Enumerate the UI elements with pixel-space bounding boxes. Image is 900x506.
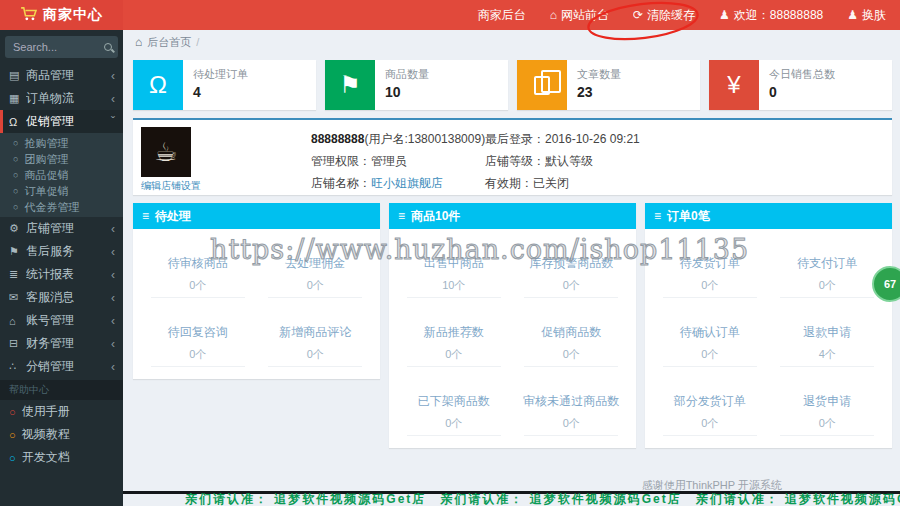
cell-review-failed-goods[interactable]: 审核未通过商品数 0个 xyxy=(513,371,631,440)
nav-welcome-user[interactable]: ♟ 欢迎：88888888 xyxy=(719,7,823,24)
top-navigation: 商家后台 ⌂ 网站前台 ⟳ 清除缓存 ♟ 欢迎：88888888 ♟ 换肤 xyxy=(123,0,900,30)
cell-off-shelf-goods[interactable]: 已下架商品数 0个 xyxy=(395,371,513,440)
last-login-row: 最后登录：2016-10-26 09:21 xyxy=(485,128,640,150)
chevron-left-icon: ‹ xyxy=(111,222,115,236)
sidebar-item-promotion[interactable]: Ω 促销管理 ˇ xyxy=(0,110,123,133)
validity-row: 有效期：已关闭 xyxy=(485,172,640,194)
gear-icon: ⚙ xyxy=(9,222,26,235)
nav-change-skin[interactable]: ♟ 换肤 xyxy=(847,7,886,24)
app-logo[interactable]: 商家中心 xyxy=(0,0,123,30)
tasks-icon: ≡ xyxy=(398,209,405,223)
envelope-icon: ✉ xyxy=(9,291,26,304)
stat-value: 10 xyxy=(385,84,508,100)
tasks-icon: ≡ xyxy=(142,209,149,223)
sidebar-item-goods[interactable]: ▤ 商品管理 ‹ xyxy=(0,64,123,87)
submenu-group-buy[interactable]: ○ 团购管理 xyxy=(0,151,123,167)
cell-new-recommend[interactable]: 新品推荐数 0个 xyxy=(395,302,513,371)
circle-icon: ○ xyxy=(13,170,18,180)
shop-info-col2: 最后登录：2016-10-26 09:21 店铺等级：默认等级 有效期：已关闭 xyxy=(485,128,640,194)
cell-partial-shipped-orders[interactable]: 部分发货订单 0个 xyxy=(651,371,769,440)
sidebar-item-dev-docs[interactable]: ○ 开发文档 xyxy=(0,446,123,469)
shop-info-panel: ☕ 编辑店铺设置 88888888(用户名:13800138009) 管理权限：… xyxy=(133,118,892,195)
sidebar: ▤ 商品管理 ‹ ▦ 订单物流 ‹ Ω 促销管理 ˇ ○ 抢购管理 ○ 团购管理… xyxy=(0,30,123,506)
circle-red-icon: ○ xyxy=(9,406,16,418)
stat-card-today-sales[interactable]: ¥ 今日销售总数 0 xyxy=(709,60,892,110)
chart-icon: ≣ xyxy=(9,268,26,281)
cell-on-sale-goods[interactable]: 出售中商品 10个 xyxy=(395,233,513,302)
bell-icon: Ω xyxy=(133,60,183,110)
finance-icon: ⊟ xyxy=(9,337,26,350)
breadcrumb-home-link[interactable]: 后台首页 xyxy=(147,35,191,50)
cell-goods-to-review[interactable]: 待审核商品 0个 xyxy=(139,233,257,302)
circle-icon: ○ xyxy=(13,154,18,164)
stat-value: 23 xyxy=(577,84,700,100)
circle-icon: ○ xyxy=(13,138,18,148)
permission-row: 管理权限：管理员 xyxy=(311,150,485,172)
sidebar-search[interactable] xyxy=(5,36,118,58)
cell-promo-goods[interactable]: 促销商品数 0个 xyxy=(513,302,631,371)
panel-pending-header: ≡ 待处理 xyxy=(133,203,380,229)
stat-card-pending-orders[interactable]: Ω 待处理订单 4 xyxy=(133,60,316,110)
cell-refund-requests[interactable]: 退款申请 4个 xyxy=(769,302,887,371)
sidebar-item-finance[interactable]: ⊟ 财务管理 ‹ xyxy=(0,332,123,355)
sidebar-item-messages[interactable]: ✉ 客服消息 ‹ xyxy=(0,286,123,309)
cell-stock-warning[interactable]: 库存预警商品数 0个 xyxy=(513,233,631,302)
share-icon: ∴ xyxy=(9,360,26,373)
cell-commission-to-handle[interactable]: 去处理佣金 0个 xyxy=(257,233,375,302)
circle-blue-icon: ○ xyxy=(9,452,16,464)
search-input[interactable] xyxy=(5,41,98,53)
floating-badge[interactable]: 67 xyxy=(872,266,900,302)
nav-clear-cache[interactable]: ⟳ 清除缓存 xyxy=(633,7,695,24)
shop-level-row: 店铺等级：默认等级 xyxy=(485,150,640,172)
cell-return-requests[interactable]: 退货申请 0个 xyxy=(769,371,887,440)
sidebar-item-order-logistics[interactable]: ▦ 订单物流 ‹ xyxy=(0,87,123,110)
submenu-goods-promo[interactable]: ○ 商品促销 xyxy=(0,167,123,183)
panel-orders-header: ≡ 订单0笔 xyxy=(645,203,892,229)
cell-to-pay-orders[interactable]: 待支付订单 0个 xyxy=(769,233,887,302)
shop-name-row: 店铺名称：旺小姐旗舰店 xyxy=(311,172,485,194)
circle-icon: ○ xyxy=(13,202,18,212)
chevron-left-icon: ‹ xyxy=(111,69,115,83)
grid-icon: ▤ xyxy=(9,69,26,82)
chevron-left-icon: ‹ xyxy=(111,291,115,305)
sidebar-item-video-tutorial[interactable]: ○ 视频教程 xyxy=(0,423,123,446)
nav-site-frontend[interactable]: ⌂ 网站前台 xyxy=(550,7,609,24)
stat-cards-row: Ω 待处理订单 4 ⚑ 商品数量 10 文章数量 23 ¥ 今日销售总数 0 xyxy=(133,60,892,110)
user-icon: ♟ xyxy=(719,8,730,22)
sidebar-item-store[interactable]: ⚙ 店铺管理 ‹ xyxy=(0,217,123,240)
chevron-left-icon: ‹ xyxy=(111,268,115,282)
app-title: 商家中心 xyxy=(43,6,103,24)
chevron-left-icon: ‹ xyxy=(111,360,115,374)
top-header: 商家中心 商家后台 ⌂ 网站前台 ⟳ 清除缓存 ♟ 欢迎：88888888 ♟ … xyxy=(0,0,900,30)
submenu-voucher[interactable]: ○ 代金券管理 xyxy=(0,199,123,215)
stat-card-goods-count[interactable]: ⚑ 商品数量 10 xyxy=(325,60,508,110)
submenu-flash-sale[interactable]: ○ 抢购管理 xyxy=(0,135,123,151)
home-icon: ⌂ xyxy=(550,8,557,22)
panel-goods-header: ≡ 商品10件 xyxy=(389,203,636,229)
edit-shop-settings-link[interactable]: 编辑店铺设置 xyxy=(141,179,201,193)
home-icon: ⌂ xyxy=(135,35,142,49)
sidebar-item-distribution[interactable]: ∴ 分销管理 ‹ xyxy=(0,355,123,378)
panel-goods: ≡ 商品10件 出售中商品 10个 库存预警商品数 0个 新品推荐数 0个 促销… xyxy=(389,203,636,448)
sidebar-item-aftersale[interactable]: ⚑ 售后服务 ‹ xyxy=(0,240,123,263)
sidebar-item-account[interactable]: ⌂ 账号管理 ‹ xyxy=(0,309,123,332)
shop-info-col1: 88888888(用户名:13800138009) 管理权限：管理员 店铺名称：… xyxy=(311,128,485,194)
sidebar-item-stats[interactable]: ≣ 统计报表 ‹ xyxy=(0,263,123,286)
circle-icon: ○ xyxy=(13,186,18,196)
cell-inquiries-to-reply[interactable]: 待回复咨询 0个 xyxy=(139,302,257,371)
chevron-left-icon: ‹ xyxy=(111,314,115,328)
sidebar-item-manual[interactable]: ○ 使用手册 xyxy=(0,400,123,423)
cell-to-confirm-orders[interactable]: 待确认订单 0个 xyxy=(651,302,769,371)
flag-icon: ⚑ xyxy=(325,60,375,110)
nav-merchant-backend[interactable]: 商家后台 xyxy=(478,7,526,24)
cell-to-ship-orders[interactable]: 待发货订单 0个 xyxy=(651,233,769,302)
skin-icon: ♟ xyxy=(847,8,858,22)
stat-card-articles-count[interactable]: 文章数量 23 xyxy=(517,60,700,110)
cell-new-comments[interactable]: 新增商品评论 0个 xyxy=(257,302,375,371)
submenu-order-promo[interactable]: ○ 订单促销 xyxy=(0,183,123,199)
search-icon[interactable] xyxy=(98,41,118,53)
shop-name-link[interactable]: 旺小姐旗舰店 xyxy=(371,176,443,190)
breadcrumb: ⌂ 后台首页 / xyxy=(123,30,900,54)
cart-icon xyxy=(20,7,38,24)
chevron-down-icon: ˇ xyxy=(111,115,115,129)
